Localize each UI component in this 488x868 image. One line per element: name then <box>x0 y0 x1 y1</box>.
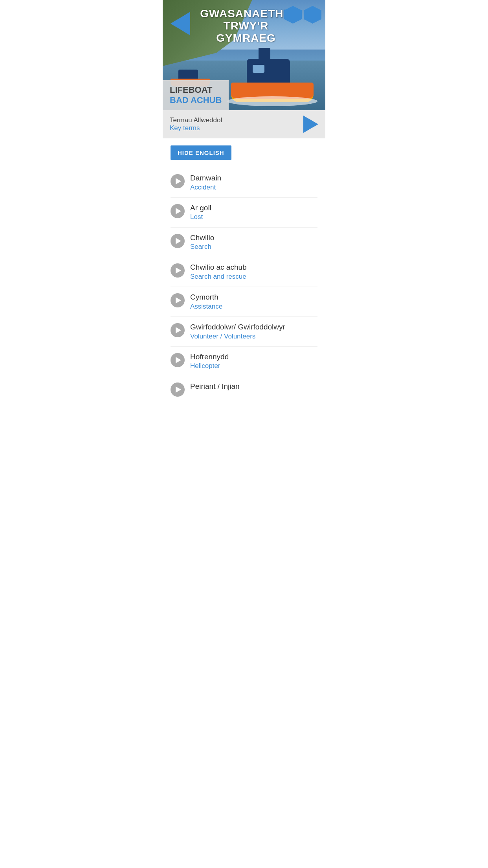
vocab-welsh: Chwilio ac achub <box>190 263 247 272</box>
play-circle <box>171 263 185 278</box>
play-audio-icon[interactable] <box>171 204 185 218</box>
play-triangle <box>176 327 181 333</box>
play-audio-icon[interactable] <box>171 234 185 248</box>
key-terms-welsh: Termau Allweddol <box>170 116 222 124</box>
label-welsh: BAD ACHUB <box>170 95 222 105</box>
vocab-item[interactable]: Hofrennydd Helicopter <box>171 347 317 377</box>
play-audio-icon[interactable] <box>171 323 185 337</box>
vocab-item[interactable]: Chwilio ac achub Search and rescue <box>171 257 317 287</box>
vocab-welsh: Gwirfoddolwr/ Gwirfoddolwyr <box>190 322 285 332</box>
hex-icon-2[interactable] <box>304 6 321 24</box>
vocab-welsh: Chwilio <box>190 233 214 243</box>
key-terms-english: Key terms <box>170 124 222 132</box>
play-triangle <box>176 178 181 184</box>
vocab-text: Gwirfoddolwr/ Gwirfoddolwyr Volunteer / … <box>190 322 285 341</box>
vocab-item[interactable]: Cymorth Assistance <box>171 287 317 317</box>
play-circle <box>171 353 185 367</box>
play-circle <box>171 234 185 248</box>
play-triangle <box>176 297 181 303</box>
play-triangle <box>176 357 181 363</box>
vocab-welsh: Cymorth <box>190 292 222 302</box>
vocab-text: Chwilio ac achub Search and rescue <box>190 263 247 281</box>
play-circle <box>171 204 185 218</box>
play-audio-icon[interactable] <box>171 293 185 307</box>
hide-english-button[interactable]: HIDE ENGLISH <box>171 145 231 160</box>
play-audio-icon[interactable] <box>171 263 185 278</box>
play-audio-icon[interactable] <box>171 383 185 397</box>
vocab-item[interactable]: Peiriant / Injian <box>171 376 317 398</box>
hex-icon-1[interactable] <box>284 6 302 24</box>
label-english: LIFEBOAT <box>170 85 222 95</box>
play-triangle <box>176 208 181 214</box>
vocab-text: Ar goll Lost <box>190 203 211 222</box>
vocab-item[interactable]: Ar goll Lost <box>171 198 317 228</box>
vocab-welsh: Hofrennydd <box>190 352 229 362</box>
play-triangle <box>176 267 181 274</box>
play-audio-icon[interactable] <box>171 174 185 188</box>
label-overlay: LIFEBOAT BAD ACHUB <box>163 80 229 110</box>
play-key-terms-button[interactable] <box>303 116 318 133</box>
hero-section: GWASANAETHU TRWY'R GYMRAEG LIFEBOAT BAD … <box>163 0 325 110</box>
play-circle <box>171 174 185 188</box>
vocab-text: Hofrennydd Helicopter <box>190 352 229 371</box>
vocab-list: Damwain Accident Ar goll Lost Chwilio <box>163 164 325 402</box>
hero-title-line2: TRWY'R GYMRAEG <box>198 20 294 44</box>
vocab-welsh: Damwain <box>190 173 221 183</box>
vocab-text: Cymorth Assistance <box>190 292 222 311</box>
vocab-item[interactable]: Chwilio Search <box>171 228 317 257</box>
hero-title: GWASANAETHU TRWY'R GYMRAEG <box>198 8 294 44</box>
play-circle <box>171 323 185 337</box>
vocab-english: Accident <box>190 183 221 192</box>
hide-english-section: HIDE ENGLISH <box>163 138 325 164</box>
lifeboat-large <box>227 47 314 102</box>
vocab-text: Chwilio Search <box>190 233 214 252</box>
vocab-english: Search and rescue <box>190 272 247 281</box>
back-button[interactable] <box>171 12 190 35</box>
vocab-welsh: Peiriant / Injian <box>190 382 240 392</box>
vocab-item[interactable]: Damwain Accident <box>171 168 317 198</box>
play-circle <box>171 293 185 307</box>
play-triangle <box>176 386 181 393</box>
play-audio-icon[interactable] <box>171 353 185 367</box>
vocab-english: Volunteer / Volunteers <box>190 332 285 341</box>
hero-title-line1: GWASANAETHU <box>198 8 294 20</box>
key-terms-text: Termau Allweddol Key terms <box>170 116 222 132</box>
vocab-english: Assistance <box>190 302 222 311</box>
vocab-item[interactable]: Gwirfoddolwr/ Gwirfoddolwyr Volunteer / … <box>171 317 317 347</box>
vocab-english: Search <box>190 243 214 251</box>
play-circle <box>171 383 185 397</box>
vocab-text: Peiriant / Injian <box>190 382 240 392</box>
vocab-text: Damwain Accident <box>190 173 221 192</box>
play-triangle <box>176 238 181 244</box>
key-terms-bar: Termau Allweddol Key terms <box>163 110 325 138</box>
vocab-english: Helicopter <box>190 362 229 370</box>
vocab-welsh: Ar goll <box>190 203 211 213</box>
vocab-english: Lost <box>190 213 211 221</box>
hex-icons <box>284 6 321 24</box>
